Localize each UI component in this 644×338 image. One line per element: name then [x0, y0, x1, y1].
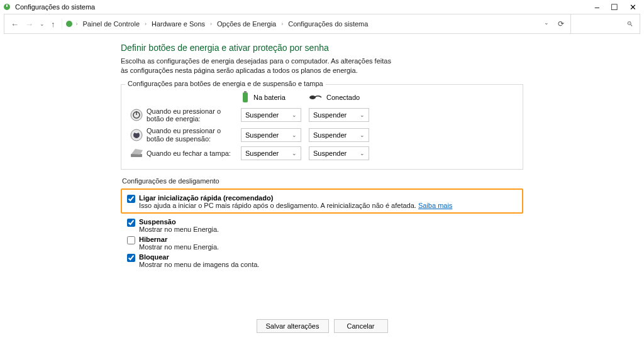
power-battery-select[interactable]: Suspender⌄ [241, 108, 301, 122]
lid-plugged-select[interactable]: Suspender⌄ [309, 146, 369, 160]
columns-header: Na bateria Conectado [126, 91, 518, 104]
page-heading: Definir botões de energia e ativar prote… [121, 43, 523, 53]
row-sleep-button: Quando eu pressionar o botão de suspensã… [126, 127, 518, 143]
minimize-button[interactable]: – [595, 3, 599, 12]
chevron-down-icon: ⌄ [360, 150, 365, 156]
fast-startup-row: Ligar inicialização rápida (recomendado)… [127, 192, 518, 210]
chevron-right-icon: › [210, 21, 212, 27]
suspend-checkbox[interactable] [127, 219, 135, 227]
up-button[interactable]: ↑ [51, 19, 55, 29]
content: Definir botões de energia e ativar prote… [121, 36, 523, 269]
address-bar[interactable]: › Painel de Controle › Hardware e Sons ›… [62, 19, 538, 29]
svg-rect-4 [244, 91, 247, 93]
save-button[interactable]: Salvar alterações [257, 319, 329, 333]
section-legend: Configurações para botões de energia e d… [125, 80, 326, 87]
column-battery-label: Na bateria [253, 94, 286, 101]
column-plugged-label: Conectado [326, 94, 360, 101]
power-plugged-select[interactable]: Suspender⌄ [309, 108, 369, 122]
chevron-down-icon: ⌄ [292, 132, 297, 138]
row-power-button: Quando eu pressionar o botão de energia:… [126, 107, 518, 123]
column-battery: Na bateria [241, 91, 301, 104]
battery-icon [241, 91, 250, 104]
hibernate-title: Hibernar [139, 236, 219, 243]
app-icon [3, 3, 11, 11]
svg-point-2 [66, 21, 72, 27]
plug-icon [309, 94, 323, 101]
address-actions: ⌄ ⟳ [538, 19, 570, 28]
lid-battery-select[interactable]: Suspender⌄ [241, 146, 301, 160]
page-intro: Escolha as configurações de energia dese… [121, 57, 397, 75]
cancel-button[interactable]: Cancelar [334, 319, 388, 333]
hibernate-row: Hibernar Mostrar no menu Energia. [121, 234, 523, 251]
suspend-row: Suspensão Mostrar no menu Energia. [121, 216, 523, 234]
row-sleep-label: Quando eu pressionar o botão de suspensã… [147, 127, 241, 143]
sleep-battery-select[interactable]: Suspender⌄ [241, 128, 301, 142]
svg-rect-3 [243, 92, 248, 102]
lock-title: Bloquear [139, 253, 259, 261]
column-plugged: Conectado [309, 91, 369, 104]
shutdown-heading: Configurações de desligamento [122, 177, 523, 185]
chevron-right-icon: › [76, 21, 78, 27]
row-lid-label: Quando eu fechar a tampa: [147, 150, 241, 158]
row-lid: Quando eu fechar a tampa: Suspender⌄ Sus… [126, 146, 518, 160]
footer-buttons: Salvar alterações Cancelar [0, 319, 644, 333]
fast-startup-checkbox[interactable] [127, 195, 135, 203]
hibernate-desc: Mostrar no menu Energia. [139, 243, 219, 251]
power-icon [126, 108, 147, 122]
suspend-desc: Mostrar no menu Energia. [139, 226, 219, 233]
back-button[interactable]: ← [11, 19, 19, 29]
learn-more-link[interactable]: Saiba mais [418, 202, 452, 209]
fast-startup-title: Ligar inicialização rápida (recomendado) [139, 194, 452, 202]
address-icon [65, 19, 74, 28]
navbar: ← → ⌄ ↑ › Painel de Controle › Hardware … [4, 14, 640, 34]
chevron-right-icon: › [145, 21, 147, 27]
breadcrumb-item[interactable]: Opções de Energia [214, 19, 279, 29]
breadcrumb-item[interactable]: Painel de Controle [80, 19, 143, 29]
dropdown-icon[interactable]: ⌄ [544, 19, 549, 28]
sleep-plugged-select[interactable]: Suspender⌄ [309, 128, 369, 142]
lock-row: Bloquear Mostrar no menu de imagens da c… [121, 251, 523, 269]
chevron-down-icon: ⌄ [292, 150, 297, 156]
suspend-title: Suspensão [139, 218, 219, 226]
breadcrumb-item[interactable]: Hardware e Sons [149, 19, 208, 29]
fast-startup-desc: Isso ajuda a iniciar o PC mais rápido ap… [139, 202, 452, 209]
svg-rect-1 [6, 4, 8, 7]
chevron-down-icon: ⌄ [360, 132, 365, 138]
hibernate-checkbox[interactable] [127, 236, 135, 244]
lid-icon [126, 148, 147, 159]
svg-point-5 [309, 95, 316, 99]
maximize-button[interactable]: ☐ [611, 3, 618, 12]
window-title: Configurações do sistema [15, 3, 595, 11]
sleep-icon [126, 128, 147, 142]
titlebar: Configurações do sistema – ☐ ✕ [0, 0, 644, 14]
window-controls: – ☐ ✕ [595, 3, 636, 12]
search-box[interactable]: 🔍︎ [570, 14, 640, 33]
recent-dropdown[interactable]: ⌄ [40, 21, 45, 27]
search-icon: 🔍︎ [626, 20, 633, 28]
lock-desc: Mostrar no menu de imagens da conta. [139, 261, 259, 268]
nav-arrows: ← → ⌄ ↑ [4, 19, 62, 29]
close-button[interactable]: ✕ [630, 3, 636, 12]
breadcrumb-item[interactable]: Configurações do sistema [286, 19, 370, 29]
fast-startup-highlight: Ligar inicialização rápida (recomendado)… [121, 188, 523, 214]
forward-button[interactable]: → [25, 19, 33, 29]
svg-rect-10 [131, 154, 142, 157]
chevron-right-icon: › [281, 21, 283, 27]
row-power-label: Quando eu pressionar o botão de energia: [147, 107, 241, 123]
refresh-icon[interactable]: ⟳ [558, 19, 564, 28]
chevron-down-icon: ⌄ [292, 112, 297, 118]
buttons-section: Configurações para botões de energia e d… [121, 84, 523, 170]
chevron-down-icon: ⌄ [360, 112, 365, 118]
lock-checkbox[interactable] [127, 254, 135, 262]
